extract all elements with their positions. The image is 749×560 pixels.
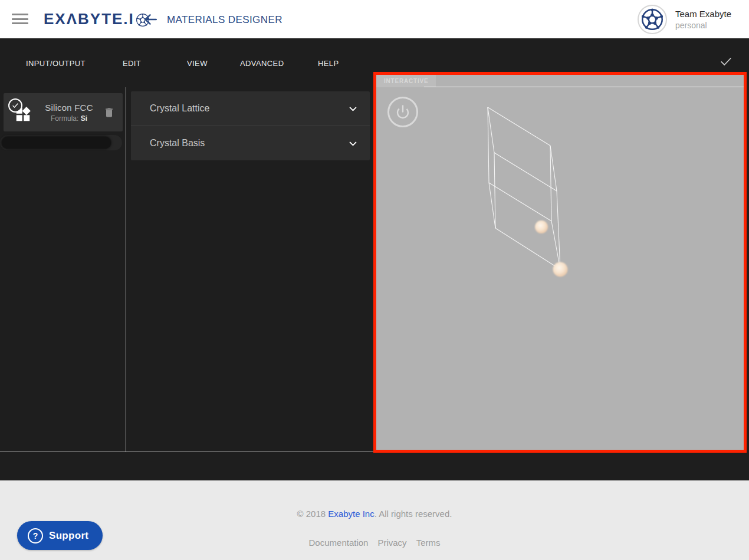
support-button[interactable]: ? Support	[17, 521, 103, 550]
delete-material-button[interactable]	[100, 106, 118, 119]
app-header: EXΛBYTE.I MATERIALS DESIGNER	[0, 0, 749, 38]
material-icon	[7, 97, 38, 128]
viewer-canvas[interactable]: INTERACTIVE	[373, 72, 747, 453]
link-documentation[interactable]: Documentation	[309, 538, 369, 548]
copyright: © 2018 Exabyte Inc. All rights reserved.	[0, 509, 749, 519]
link-terms[interactable]: Terms	[416, 538, 441, 548]
hamburger-menu-icon[interactable]	[12, 14, 28, 25]
chevron-down-icon	[348, 139, 358, 149]
sidebar-scrollbar-track	[0, 135, 122, 150]
materials-designer-page: EXΛBYTE.I MATERIALS DESIGNER	[0, 0, 749, 560]
user-account-chip[interactable]: Team Exabyte personal	[638, 5, 731, 34]
selected-check-icon	[8, 98, 22, 113]
exabyte-logo[interactable]: EXΛBYTE.I	[44, 10, 150, 28]
crystal-cell-wireframe	[376, 75, 744, 450]
menu-help[interactable]: HELP	[318, 59, 339, 68]
material-card-silicon-fcc[interactable]: Silicon FCC Formula: Si	[4, 93, 123, 131]
avatar	[638, 5, 667, 34]
logo-text: EXΛBYTE.I	[44, 10, 134, 28]
link-privacy[interactable]: Privacy	[377, 538, 406, 548]
company-link[interactable]: Exabyte Inc	[328, 509, 374, 519]
chevron-down-icon	[348, 104, 358, 114]
menu-input-output[interactable]: INPUT/OUTPUT	[26, 59, 86, 68]
material-formula: Formula: Si	[38, 114, 100, 123]
menu-edit[interactable]: EDIT	[123, 59, 141, 68]
sidebar-scrollbar-thumb[interactable]	[2, 137, 111, 149]
sidebar-divider	[126, 87, 126, 452]
section-crystal-lattice[interactable]: Crystal Lattice	[131, 91, 370, 126]
user-name: Team Exabyte	[675, 9, 731, 19]
back-arrow-icon[interactable]	[143, 12, 158, 27]
section-crystal-basis[interactable]: Crystal Basis	[131, 126, 370, 160]
page-footer: © 2018 Exabyte Inc. All rights reserved.…	[0, 480, 749, 560]
question-mark-icon: ?	[28, 528, 43, 543]
apply-check-icon[interactable]	[720, 55, 732, 68]
material-editor-accordion: Crystal Lattice Crystal Basis	[131, 91, 370, 160]
bottom-divider	[0, 452, 373, 452]
trash-icon	[103, 106, 115, 119]
page-title: MATERIALS DESIGNER	[167, 14, 282, 26]
user-context: personal	[675, 21, 731, 30]
menu-view[interactable]: VIEW	[187, 59, 208, 68]
menu-advanced[interactable]: ADVANCED	[240, 59, 284, 68]
workspace: INPUT/OUTPUT EDIT VIEW ADVANCED HELP	[0, 38, 749, 480]
material-name: Silicon FCC	[38, 103, 100, 113]
